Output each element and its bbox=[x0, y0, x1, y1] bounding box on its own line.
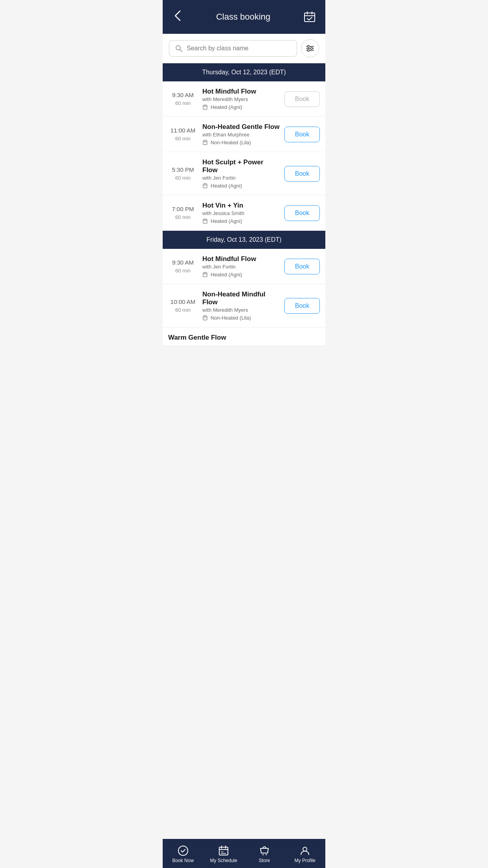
class-time: 7:00 PM 60 min bbox=[168, 205, 198, 221]
svg-rect-0 bbox=[305, 13, 315, 22]
class-room: Non-Heated (Lila) bbox=[202, 314, 280, 321]
svg-point-11 bbox=[308, 50, 310, 51]
class-time: 5:30 PM 60 min bbox=[168, 166, 198, 182]
class-room: Heated (Agni) bbox=[202, 218, 280, 224]
table-row: 10:00 AM 60 min Non-Heated Mindful Flow … bbox=[163, 284, 325, 327]
class-time: 9:30 AM 60 min bbox=[168, 258, 198, 275]
filter-icon bbox=[306, 45, 314, 52]
table-row: Warm Gentle Flow bbox=[163, 327, 325, 346]
app-header: Class booking bbox=[163, 0, 325, 34]
day-header-friday: Friday, Oct 13, 2023 (EDT) bbox=[163, 231, 325, 249]
table-row: 5:30 PM 60 min Hot Sculpt + Power Flow w… bbox=[163, 152, 325, 195]
table-row: 11:00 AM 60 min Non-Heated Gentle Flow w… bbox=[163, 117, 325, 152]
room-icon bbox=[202, 104, 209, 110]
search-input[interactable] bbox=[187, 45, 291, 52]
svg-point-4 bbox=[176, 46, 180, 50]
class-info: Hot Sculpt + Power Flow with Jen Fortin … bbox=[202, 158, 280, 189]
search-icon bbox=[175, 44, 183, 52]
class-room: Non-Heated (Lila) bbox=[202, 139, 280, 145]
room-icon bbox=[202, 314, 209, 321]
search-bar bbox=[163, 34, 325, 63]
svg-rect-16 bbox=[203, 141, 207, 145]
svg-rect-32 bbox=[203, 316, 207, 320]
svg-point-10 bbox=[311, 48, 313, 50]
class-info: Hot Vin + Yin with Jessica Smith Heated … bbox=[202, 202, 280, 224]
svg-rect-20 bbox=[203, 184, 207, 188]
class-info: Non-Heated Mindful Flow with Meredith My… bbox=[202, 291, 280, 321]
class-list-scroll: Thursday, Oct 12, 2023 (EDT) 9:30 AM 60 … bbox=[163, 63, 325, 377]
book-button[interactable]: Book bbox=[284, 259, 320, 274]
back-button[interactable] bbox=[171, 6, 185, 28]
class-room: Heated (Agni) bbox=[202, 182, 280, 189]
friday-class-list: 9:30 AM 60 min Hot Mindful Flow with Jen… bbox=[163, 249, 325, 346]
book-button-disabled[interactable]: Book bbox=[284, 91, 320, 107]
table-row: 9:30 AM 60 min Hot Mindful Flow with Jen… bbox=[163, 249, 325, 284]
calendar-check-icon[interactable] bbox=[302, 9, 317, 25]
book-button[interactable]: Book bbox=[284, 127, 320, 142]
day-header-thursday: Thursday, Oct 12, 2023 (EDT) bbox=[163, 63, 325, 81]
svg-rect-24 bbox=[203, 219, 207, 223]
svg-line-5 bbox=[180, 50, 182, 51]
class-info: Hot Mindful Flow with Jen Fortin Heated … bbox=[202, 255, 280, 278]
page-title: Class booking bbox=[216, 12, 270, 22]
class-room: Heated (Agni) bbox=[202, 271, 280, 278]
book-button[interactable]: Book bbox=[284, 298, 320, 314]
class-time: 11:00 AM 60 min bbox=[168, 126, 198, 143]
class-info: Hot Mindful Flow with Meredith Myers Hea… bbox=[202, 88, 280, 110]
room-icon bbox=[202, 139, 209, 145]
table-row: 7:00 PM 60 min Hot Vin + Yin with Jessic… bbox=[163, 195, 325, 231]
class-room: Heated (Agni) bbox=[202, 104, 280, 110]
class-info: Non-Heated Gentle Flow with Ethan Murphr… bbox=[202, 123, 280, 145]
room-icon bbox=[202, 271, 209, 278]
book-button[interactable]: Book bbox=[284, 166, 320, 182]
book-button[interactable]: Book bbox=[284, 205, 320, 221]
search-input-wrapper[interactable] bbox=[169, 40, 297, 57]
svg-rect-12 bbox=[203, 105, 207, 109]
filter-button[interactable] bbox=[301, 39, 319, 57]
room-icon bbox=[202, 182, 209, 189]
room-icon bbox=[202, 218, 209, 224]
svg-point-9 bbox=[308, 46, 310, 48]
svg-rect-28 bbox=[203, 273, 207, 277]
thursday-class-list: 9:30 AM 60 min Hot Mindful Flow with Mer… bbox=[163, 81, 325, 231]
class-time: 10:00 AM 60 min bbox=[168, 298, 198, 314]
class-time: 9:30 AM 60 min bbox=[168, 91, 198, 107]
table-row: 9:30 AM 60 min Hot Mindful Flow with Mer… bbox=[163, 81, 325, 117]
